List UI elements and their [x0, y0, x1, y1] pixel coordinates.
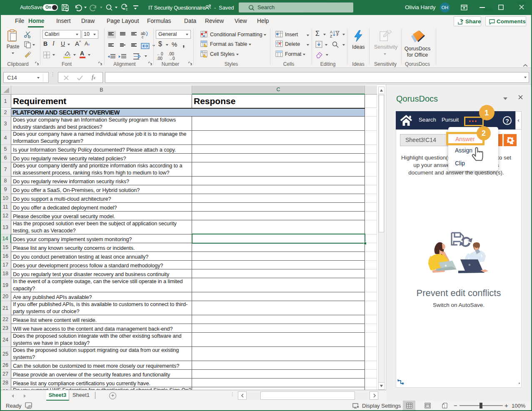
svg-text:A: A — [330, 30, 332, 34]
svg-text:c: c — [126, 7, 128, 11]
svg-text:c: c — [142, 35, 144, 39]
svg-text:Z: Z — [330, 34, 332, 38]
